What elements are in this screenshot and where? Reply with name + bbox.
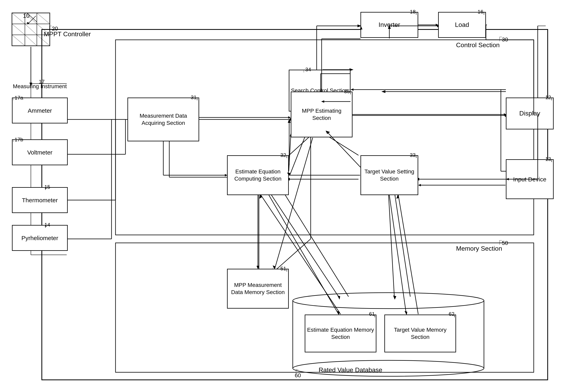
svg-line-79 <box>25 35 37 46</box>
svg-marker-156 <box>288 119 291 123</box>
svg-line-53 <box>283 191 349 297</box>
svg-marker-169 <box>405 311 407 315</box>
svg-line-51 <box>388 191 394 297</box>
display-label: Display <box>519 109 540 118</box>
estimate-equation-box: 32 Estimate Equation Computing Section <box>227 155 289 195</box>
target-value-memory-label: Target Value Memory Section <box>387 326 454 341</box>
ref10-arrow <box>26 15 38 25</box>
mpp-measurement-memory-box: 51 MPP Measurement Data Memory Section <box>227 269 289 308</box>
svg-line-47 <box>275 239 311 271</box>
ammeter-label: Ammeter <box>28 107 52 114</box>
ref60-bracket <box>296 369 299 374</box>
voltmeter-bracket <box>13 139 15 142</box>
estimate-eq-memory-label: Estimate Equation Memory Section <box>307 326 374 341</box>
ref30-bracket <box>499 37 502 41</box>
inverter-label: Inverter <box>379 21 400 29</box>
target-value-memory-box: 62 Target Value Memory Section <box>384 315 456 352</box>
svg-line-81 <box>28 16 36 24</box>
memory-section-label: Memory Section <box>456 245 502 252</box>
ref32-bracket <box>284 155 287 158</box>
ref50-bracket <box>499 240 502 245</box>
display-box: 12 Display <box>506 98 554 129</box>
mpp-estimating-box: 35 MPP Estimating Section <box>291 92 353 137</box>
target-value-setting-box: 33 Target Value Setting Section <box>360 155 418 195</box>
measurement-data-label: Measurement Data Acquiring Section <box>130 112 197 127</box>
svg-line-168 <box>389 195 406 314</box>
svg-rect-2 <box>115 243 534 372</box>
estimate-equation-label: Estimate Equation Computing Section <box>229 168 287 182</box>
voltmeter-ref: 17b <box>14 136 23 143</box>
connections-svg <box>0 0 565 392</box>
thermometer-box: 15 Thermometer <box>12 187 68 213</box>
thermometer-label: Thermometer <box>22 196 58 204</box>
ammeter-ref: 17a <box>14 95 23 101</box>
svg-line-76 <box>25 24 37 35</box>
ammeter-box: 17a Ammeter <box>12 98 68 124</box>
ref20-bracket <box>49 26 52 30</box>
measuring-instrument-label: Measuring Instrument <box>12 83 68 90</box>
ref13-bracket <box>549 159 552 162</box>
ref31-bracket <box>195 98 198 100</box>
thermometer-ref-bracket <box>43 187 46 190</box>
measurement-data-box: 31 Measurement Data Acquiring Section <box>127 98 199 141</box>
arrows-svg <box>0 0 565 392</box>
estimate-eq-memory-box: 61 Estimate Equation Memory Section <box>305 315 376 352</box>
ref-50: 50 <box>502 240 508 246</box>
ref18-bracket <box>414 12 417 15</box>
pyrheliometer-box: 14 Pyrheliometer <box>12 225 68 251</box>
svg-point-63 <box>293 293 484 308</box>
control-section-label: Control Section <box>456 42 500 49</box>
voltmeter-box: 17b Voltmeter <box>12 139 68 165</box>
svg-line-153 <box>290 137 305 175</box>
pyrheliometer-label: Pyrheliometer <box>21 234 58 242</box>
svg-line-26 <box>289 135 291 171</box>
voltmeter-label: Voltmeter <box>27 149 53 156</box>
mpp-measurement-memory-label: MPP Measurement Data Memory Section <box>229 281 287 296</box>
svg-marker-124 <box>436 24 438 26</box>
svg-line-172 <box>398 195 418 314</box>
ref35-bracket <box>348 92 351 94</box>
ref-20: 20 <box>52 26 58 32</box>
ref34-bracket <box>304 70 307 72</box>
pyrheliometer-ref-bracket <box>43 225 46 228</box>
svg-line-78 <box>12 35 25 46</box>
svg-marker-167 <box>337 311 339 315</box>
ref16-bracket <box>481 12 484 15</box>
svg-marker-50 <box>337 295 340 300</box>
load-box: 16 Load <box>438 12 486 38</box>
ref62-bracket <box>452 315 455 317</box>
ref51-bracket <box>284 269 287 272</box>
mpp-estimating-label: MPP Estimating Section <box>293 107 350 122</box>
mppt-controller-label: MPPT Controller <box>44 30 91 38</box>
ref33-bracket <box>414 155 417 158</box>
svg-line-28 <box>327 135 358 155</box>
diagram: 10 17 Measuring Instrument 17a Ammeter 1… <box>0 0 565 392</box>
input-device-box: 13 Input Device <box>506 159 554 199</box>
svg-line-74 <box>37 13 50 24</box>
input-device-label: Input Device <box>513 175 547 183</box>
svg-line-75 <box>12 24 25 35</box>
svg-line-55 <box>394 191 410 297</box>
rated-value-db-label: Rated Value Database <box>319 366 382 374</box>
target-value-setting-label: Target Value Setting Section <box>363 168 416 182</box>
inverter-box: 18 Inverter <box>360 12 418 38</box>
svg-marker-141 <box>351 88 353 91</box>
load-label: Load <box>455 21 469 29</box>
ref-30: 30 <box>502 36 508 43</box>
svg-marker-43 <box>381 90 385 93</box>
svg-marker-52 <box>393 295 396 300</box>
svg-marker-145 <box>288 116 291 119</box>
ammeter-bracket <box>13 98 15 100</box>
ref61-bracket <box>372 315 375 317</box>
svg-marker-161 <box>418 184 421 186</box>
ref12-bracket <box>549 98 552 100</box>
